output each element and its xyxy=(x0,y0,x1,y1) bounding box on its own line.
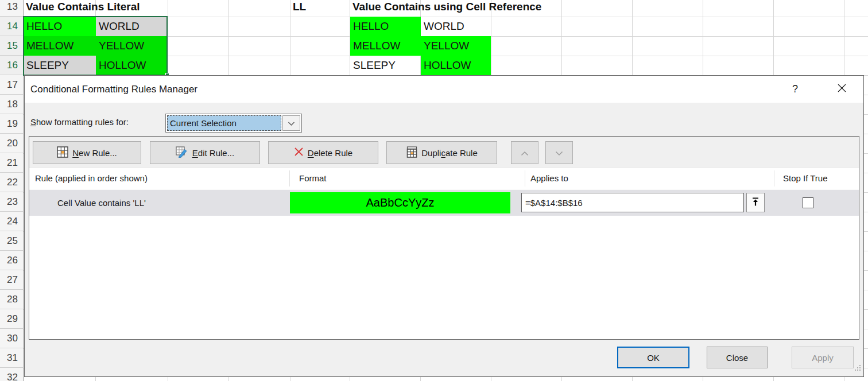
edit-pencil-icon xyxy=(176,146,188,160)
ok-button[interactable]: OK xyxy=(617,347,689,368)
row-header-18[interactable]: 18 xyxy=(0,95,23,114)
column-separator xyxy=(289,170,290,186)
bold-header-cell[interactable]: LL xyxy=(293,0,306,17)
row-header-22[interactable]: 22 xyxy=(0,173,23,192)
red-x-icon xyxy=(294,147,304,158)
rules-panel: New Rule... Edit Rule... Delete Rule xyxy=(29,136,859,340)
help-icon: ? xyxy=(792,83,798,95)
rule-description: Cell Value contains 'LL' xyxy=(57,190,146,216)
collapse-dialog-button[interactable] xyxy=(746,193,765,212)
column-header-applies: Applies to xyxy=(530,168,568,189)
edit-rule-button[interactable]: Edit Rule... xyxy=(150,141,260,164)
new-rule-label: New Rule... xyxy=(72,148,117,158)
chevron-down-icon xyxy=(288,118,295,128)
row-header-31[interactable]: 31 xyxy=(0,348,23,368)
delete-rule-label: Delete Rule xyxy=(308,148,352,158)
row-header-32[interactable]: 32 xyxy=(0,368,23,381)
dialog-title: Conditional Formatting Rules Manager xyxy=(30,76,197,103)
column-header-stop: Stop If True xyxy=(783,168,828,189)
row-header-27[interactable]: 27 xyxy=(0,270,23,290)
delete-rule-button[interactable]: Delete Rule xyxy=(268,141,378,164)
cell-G14[interactable]: WORLD xyxy=(421,17,491,36)
row-header-25[interactable]: 25 xyxy=(0,231,23,251)
apply-button[interactable]: Apply xyxy=(792,347,854,368)
move-up-button[interactable] xyxy=(511,141,538,164)
show-rules-label: Show formatting rules for: xyxy=(30,112,129,132)
row-header-14[interactable]: 14 xyxy=(0,17,23,36)
cell-G16[interactable]: HOLLOW xyxy=(421,56,491,75)
row-header-20[interactable]: 20 xyxy=(0,134,23,153)
cell-F15[interactable]: MELLOW xyxy=(350,36,421,56)
combobox-value: Current Selection xyxy=(167,115,281,131)
row-header-24[interactable]: 24 xyxy=(0,212,23,231)
collapse-range-icon xyxy=(751,197,760,208)
new-rule-button[interactable]: New Rule... xyxy=(33,141,141,164)
applies-to-input[interactable] xyxy=(521,193,744,212)
column-separator xyxy=(774,170,774,186)
cell-F16[interactable]: SLEEPY xyxy=(350,56,421,75)
rules-list-header: Rule (applied in order shown) Format App… xyxy=(29,168,859,189)
row-header-15[interactable]: 15 xyxy=(0,36,23,56)
close-button[interactable] xyxy=(830,76,853,103)
stop-if-true-checkbox[interactable] xyxy=(803,197,813,208)
row-header-16[interactable]: 16 xyxy=(0,56,23,75)
row-header-13[interactable]: 13 xyxy=(0,0,23,17)
screen: Value Contains LiteralLLValue Contains u… xyxy=(0,0,868,381)
column-separator xyxy=(525,170,525,186)
dialog-titlebar: Conditional Formatting Rules Manager ? xyxy=(25,76,863,103)
resize-grip[interactable] xyxy=(854,364,862,372)
row-header-29[interactable]: 29 xyxy=(0,309,23,329)
row-header-26[interactable]: 26 xyxy=(0,251,23,270)
column-header-format: Format xyxy=(299,168,327,189)
chevron-up-icon xyxy=(521,148,529,158)
edit-rule-label: Edit Rule... xyxy=(192,148,234,158)
close-icon xyxy=(838,83,846,95)
row-header-30[interactable]: 30 xyxy=(0,329,23,348)
format-preview: AaBbCcYyZz xyxy=(290,192,510,213)
row-header-17[interactable]: 17 xyxy=(0,75,23,95)
cell-G15[interactable]: YELLOW xyxy=(421,36,491,56)
cell-F14[interactable]: HELLO xyxy=(350,17,421,36)
row-header-23[interactable]: 23 xyxy=(0,192,23,212)
table-grid-icon xyxy=(57,146,68,160)
close-footer-button[interactable]: Close xyxy=(707,347,768,368)
row-header-21[interactable]: 21 xyxy=(0,153,23,173)
row-header-19[interactable]: 19 xyxy=(0,114,23,134)
duplicate-rule-label: Duplicate Rule xyxy=(421,148,478,158)
move-down-button[interactable] xyxy=(545,141,573,164)
duplicate-rule-button[interactable]: Duplicate Rule xyxy=(386,141,497,164)
selection-outline xyxy=(23,16,168,76)
format-preview-text: AaBbCcYyZz xyxy=(366,196,435,209)
combo-dropdown-button[interactable] xyxy=(282,115,300,131)
rules-toolbar: New Rule... Edit Rule... Delete Rule xyxy=(29,137,859,168)
column-header-rule: Rule (applied in order shown) xyxy=(35,168,148,189)
rule-row[interactable]: Cell Value contains 'LL' AaBbCcYyZz xyxy=(29,190,859,216)
table-grid-icon xyxy=(406,146,417,160)
show-rules-combobox[interactable]: Current Selection xyxy=(165,114,302,133)
help-button[interactable]: ? xyxy=(784,76,807,103)
bold-header-cell[interactable]: Value Contains using Cell Reference xyxy=(352,0,541,17)
cf-rules-manager-dialog: Conditional Formatting Rules Manager ? S… xyxy=(24,75,864,377)
bold-header-cell[interactable]: Value Contains Literal xyxy=(26,0,140,17)
chevron-down-icon xyxy=(555,148,563,158)
row-header-28[interactable]: 28 xyxy=(0,290,23,309)
